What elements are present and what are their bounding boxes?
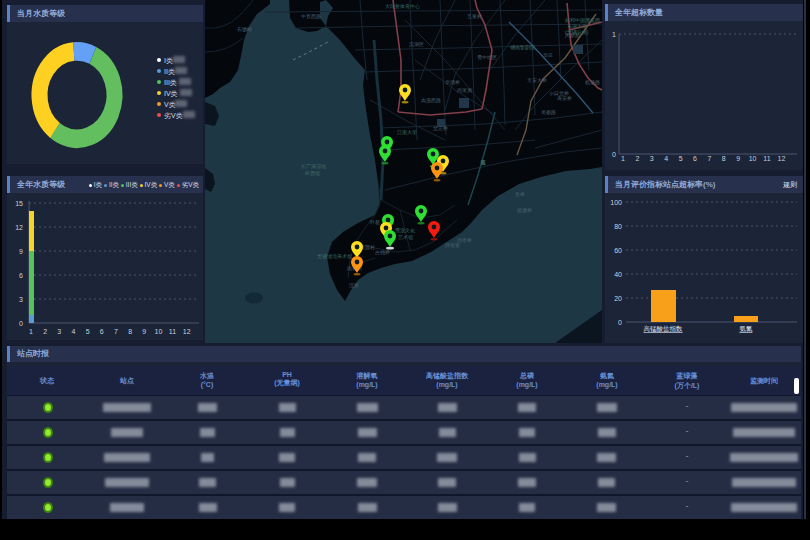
svg-text:长广溪湿地: 长广溪湿地 bbox=[301, 163, 326, 170]
svg-text:沈家: 沈家 bbox=[349, 282, 359, 289]
svg-text:I类: I类 bbox=[164, 57, 173, 64]
svg-text:艺术馆: 艺术馆 bbox=[398, 234, 413, 240]
svg-text:80: 80 bbox=[614, 223, 622, 230]
svg-text:鱼桥: 鱼桥 bbox=[515, 191, 525, 197]
svg-text:高浪西路: 高浪西路 bbox=[421, 97, 441, 104]
svg-text:华清桥: 华清桥 bbox=[445, 79, 460, 86]
svg-text:5: 5 bbox=[679, 155, 683, 162]
svg-text:9: 9 bbox=[19, 248, 23, 255]
svg-text:雪中地区: 雪中地区 bbox=[477, 54, 497, 60]
svg-text:12: 12 bbox=[15, 224, 23, 231]
svg-text:8: 8 bbox=[722, 155, 726, 162]
svg-text:大球射体育中心: 大球射体育中心 bbox=[385, 3, 420, 9]
svg-text:IV类: IV类 bbox=[164, 90, 178, 97]
svg-text:9: 9 bbox=[142, 328, 146, 335]
svg-text:11: 11 bbox=[169, 328, 176, 335]
svg-text:6: 6 bbox=[693, 155, 697, 162]
svg-text:劣V类: 劣V类 bbox=[164, 112, 183, 120]
svg-text:10: 10 bbox=[155, 328, 163, 335]
svg-text:1: 1 bbox=[621, 155, 625, 162]
svg-text:10: 10 bbox=[749, 155, 757, 162]
svg-text:III类: III类 bbox=[164, 79, 177, 86]
svg-text:4: 4 bbox=[664, 155, 668, 162]
svg-text:5: 5 bbox=[86, 328, 90, 335]
svg-text:1: 1 bbox=[29, 328, 33, 335]
svg-text:15: 15 bbox=[15, 200, 23, 207]
svg-text:6: 6 bbox=[100, 328, 104, 335]
svg-text:6: 6 bbox=[19, 272, 23, 279]
svg-text:氨氮: 氨氮 bbox=[740, 325, 754, 332]
svg-text:40: 40 bbox=[614, 271, 622, 278]
svg-text:3: 3 bbox=[650, 155, 654, 162]
svg-text:0: 0 bbox=[612, 151, 616, 158]
svg-text:0: 0 bbox=[19, 320, 23, 327]
svg-text:(无锡分校): (无锡分校) bbox=[565, 29, 589, 36]
svg-text:锡南影剧院: 锡南影剧院 bbox=[510, 44, 535, 51]
svg-text:科普馆: 科普馆 bbox=[305, 170, 320, 177]
svg-text:0: 0 bbox=[618, 319, 622, 326]
svg-text:12: 12 bbox=[183, 328, 191, 335]
svg-text:吉桃桥: 吉桃桥 bbox=[375, 249, 390, 256]
svg-text:江南大学: 江南大学 bbox=[397, 129, 417, 136]
svg-text:2: 2 bbox=[43, 328, 47, 335]
svg-text:V类: V类 bbox=[164, 101, 176, 108]
svg-text:吴都路: 吴都路 bbox=[541, 109, 556, 116]
svg-text:1: 1 bbox=[612, 31, 616, 38]
svg-text:60: 60 bbox=[614, 247, 622, 254]
svg-text:机场路: 机场路 bbox=[585, 79, 600, 86]
svg-text:2: 2 bbox=[635, 155, 639, 162]
svg-text:叶巷: 叶巷 bbox=[370, 219, 380, 225]
svg-text:3: 3 bbox=[57, 328, 61, 335]
svg-text:9: 9 bbox=[736, 155, 740, 162]
svg-text:11: 11 bbox=[763, 155, 770, 162]
svg-text:3: 3 bbox=[19, 296, 23, 303]
svg-text:12: 12 bbox=[778, 155, 786, 162]
svg-text:薛家里: 薛家里 bbox=[445, 242, 460, 248]
svg-text:雪浪文化: 雪浪文化 bbox=[395, 227, 415, 234]
svg-text:石塘峙: 石塘峙 bbox=[237, 26, 252, 33]
svg-text:8: 8 bbox=[128, 328, 132, 335]
svg-text:滨湖区: 滨湖区 bbox=[409, 41, 424, 48]
svg-text:4: 4 bbox=[72, 328, 76, 335]
svg-text:祝塘桥: 祝塘桥 bbox=[517, 207, 532, 214]
svg-text:7: 7 bbox=[707, 155, 711, 162]
svg-text:高锰酸盐指数: 高锰酸盐指数 bbox=[644, 325, 684, 333]
svg-text:华庄: 华庄 bbox=[543, 52, 553, 58]
svg-text:无锡绿湾美术馆: 无锡绿湾美术馆 bbox=[317, 253, 352, 260]
svg-text:II类: II类 bbox=[164, 68, 175, 75]
svg-text:中直西路: 中直西路 bbox=[301, 13, 321, 20]
svg-text:尚家夷: 尚家夷 bbox=[457, 87, 472, 94]
svg-text:7: 7 bbox=[114, 328, 118, 335]
svg-text:小日北桥: 小日北桥 bbox=[549, 90, 569, 97]
svg-text:五里村: 五里村 bbox=[467, 13, 482, 20]
svg-text:北正桥: 北正桥 bbox=[433, 125, 448, 132]
svg-text:20: 20 bbox=[614, 295, 622, 302]
svg-text:100: 100 bbox=[610, 199, 622, 206]
svg-text:天安大桥: 天安大桥 bbox=[527, 77, 547, 83]
